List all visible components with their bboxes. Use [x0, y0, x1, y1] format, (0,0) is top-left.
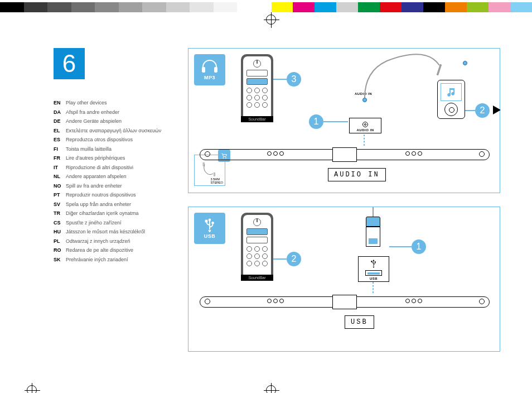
language-code: HU: [54, 229, 66, 234]
language-row: DAAfspil fra andre enheder: [54, 110, 161, 115]
remote-highlighted-button: [246, 78, 268, 85]
language-row: PLOdtwarzaj z innych urządzeń: [54, 239, 161, 244]
language-code: SK: [54, 257, 66, 262]
language-row: TRDiğer cihazlardan içerik oynatma: [54, 211, 161, 216]
usb-symbol-icon: [370, 259, 378, 269]
mp3-badge-label: MP3: [204, 75, 215, 80]
svg-rect-1: [214, 67, 217, 73]
step-circle-2: 2: [475, 103, 490, 118]
registration-color-bar: [0, 2, 532, 12]
usb-port: USB: [358, 256, 389, 282]
language-code: EL: [54, 128, 66, 133]
svg-rect-2: [203, 163, 204, 166]
svg-point-8: [211, 222, 214, 224]
music-note-icon: [446, 87, 457, 98]
language-row: CSSpusťte z jiného zařízení: [54, 221, 161, 226]
language-text: Εκτελέστε αναπαραγωγή άλλων συσκευών: [66, 128, 161, 133]
language-row: FRLire d'autres périphériques: [54, 156, 161, 161]
language-code: SV: [54, 202, 66, 207]
language-row: NOSpill av fra andre enheter: [54, 184, 161, 189]
soundbar-display: USB: [345, 315, 374, 329]
soundbar-device: [200, 296, 490, 308]
language-code: NL: [54, 174, 66, 179]
usb-port-label: USB: [362, 277, 385, 280]
language-text: Andere apparaten afspelen: [66, 174, 127, 179]
language-code: DE: [54, 119, 66, 124]
mp3-badge: MP3: [194, 54, 225, 85]
language-row: RORedarea de pe alte dispozitive: [54, 248, 161, 253]
language-code: CS: [54, 221, 66, 226]
port-label: AUDIO IN: [353, 128, 378, 132]
remote-control: SoundBar: [241, 213, 273, 281]
step-number-text: 6: [62, 50, 76, 78]
language-code: RO: [54, 248, 66, 253]
mp3-player-device: [437, 80, 465, 119]
aux-cable-icon: [201, 162, 218, 179]
language-row: HUJátsszon le műsort más készülékről: [54, 229, 161, 234]
language-text: Redarea de pe alte dispozitive: [66, 248, 133, 253]
language-text: Riproduzione di altri dispositivi: [66, 165, 133, 170]
soundbar-display: AUDIO IN: [328, 168, 386, 181]
language-text: Toista muilla laitteilla: [66, 147, 112, 152]
language-text: Reproduzir noutros dispositivos: [66, 193, 136, 198]
step-circle-3: 3: [287, 72, 301, 87]
language-row: SVSpela upp från andra enheter: [54, 202, 161, 207]
language-text: Prehrávanie iných zariadení: [66, 257, 128, 262]
soundbar-device: [200, 149, 490, 160]
language-code: PT: [54, 193, 66, 198]
remote-highlighted-button: [246, 228, 268, 235]
language-row: FIToista muilla laitteilla: [54, 147, 161, 152]
step-circle-1-usb: 1: [412, 239, 426, 254]
remote-brand-label: SoundBar: [241, 116, 273, 122]
language-code: NO: [54, 184, 66, 189]
svg-point-11: [375, 261, 376, 262]
usb-badge: USB: [194, 213, 225, 244]
language-text: Afspil fra andre enheder: [66, 110, 119, 115]
language-code: PL: [54, 239, 66, 244]
language-row: ELΕκτελέστε αναπαραγωγή άλλων συσκευών: [54, 128, 161, 133]
language-text: Reproduzca otros dispositivos: [66, 137, 133, 142]
language-text: Spill av fra andre enheter: [66, 184, 122, 189]
aux-jack-socket: [463, 61, 467, 65]
language-row: NLAndere apparaten afspelen: [54, 174, 161, 179]
usb-plug: [366, 217, 380, 247]
language-text: Andere Geräte abspielen: [66, 119, 122, 124]
language-code: ES: [54, 137, 66, 142]
headphones-icon: [201, 59, 219, 74]
language-code: EN: [54, 100, 66, 106]
audio-in-port: AUDIO IN: [349, 118, 381, 133]
svg-rect-0: [202, 67, 205, 73]
remote-control: SoundBar: [241, 54, 273, 122]
step-circle-2-usb: 2: [287, 252, 301, 266]
power-icon: [253, 60, 261, 68]
step-circle-1: 1: [309, 114, 323, 129]
play-icon: [493, 106, 501, 114]
language-row: ENPlay other devices: [54, 100, 161, 106]
language-text: Diğer cihazlardan içerik oynatma: [66, 211, 139, 216]
diagram-audio-in: MP3 3.5MM STEREO SoundBar 3: [188, 48, 500, 193]
language-list: ENPlay other devicesDAAfspil fra andre e…: [54, 100, 161, 266]
language-text: Play other devices: [66, 100, 107, 106]
language-code: FR: [54, 156, 66, 161]
language-code: IT: [54, 165, 66, 170]
language-row: DEAndere Geräte abspielen: [54, 119, 161, 124]
usb-trident-icon: [201, 218, 219, 232]
power-icon: [253, 218, 261, 226]
step-number-badge: 6: [54, 48, 85, 79]
diagram-usb: USB SoundBar 2: [188, 207, 500, 352]
language-text: Spela upp från andra enheter: [66, 202, 131, 207]
language-text: Odtwarzaj z innych urządzeń: [66, 239, 130, 244]
svg-rect-7: [205, 220, 208, 223]
svg-rect-10: [371, 261, 372, 262]
language-code: TR: [54, 211, 66, 216]
language-text: Lire d'autres périphériques: [66, 156, 125, 161]
language-code: FI: [54, 147, 66, 152]
svg-rect-3: [214, 173, 215, 176]
cable-spec-label: 3.5MM STEREO: [210, 178, 223, 184]
language-row: PTReproduzir noutros dispositivos: [54, 193, 161, 198]
language-row: ESReproduzca otros dispositivos: [54, 137, 161, 142]
language-row: ITRiproduzione di altri dispositivi: [54, 165, 161, 170]
language-code: DA: [54, 110, 66, 115]
language-row: SKPrehrávanie iných zariadení: [54, 257, 161, 262]
language-text: Játsszon le műsort más készülékről: [66, 229, 145, 234]
